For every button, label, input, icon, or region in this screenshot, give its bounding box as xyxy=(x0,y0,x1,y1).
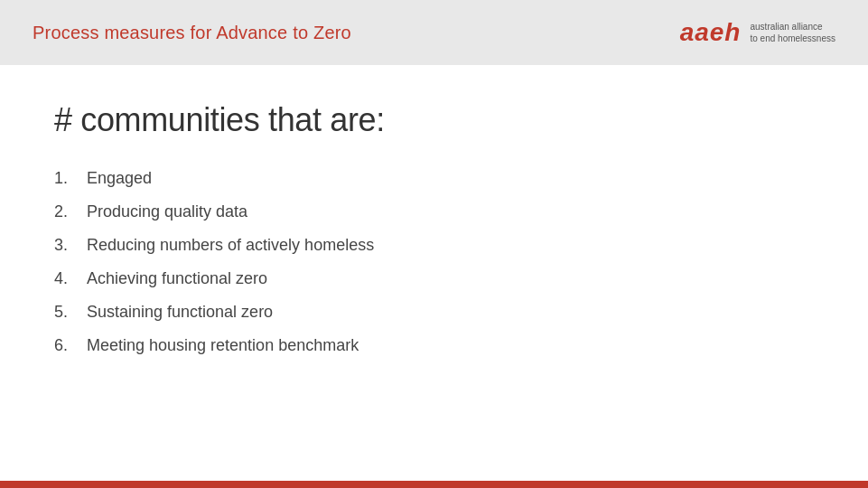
logo-tagline-line1: australian alliance xyxy=(750,21,835,33)
slide-title: Process measures for Advance to Zero xyxy=(33,23,351,43)
list-number-4: 4. xyxy=(54,267,87,291)
list-text-1: Engaged xyxy=(87,166,152,191)
list-item: 3.Reducing numbers of actively homeless xyxy=(54,233,814,258)
list-number-5: 5. xyxy=(54,300,87,324)
list-number-3: 3. xyxy=(54,233,87,258)
list-text-3: Reducing numbers of actively homeless xyxy=(87,233,374,258)
header-bar: Process measures for Advance to Zero aae… xyxy=(0,0,868,65)
section-heading: # communities that are: xyxy=(54,101,814,139)
list-text-6: Meeting housing retention benchmark xyxy=(87,333,359,358)
list-item: 2.Producing quality data xyxy=(54,200,814,224)
logo-area: aaeh australian alliance to end homeless… xyxy=(680,18,835,47)
list-number-2: 2. xyxy=(54,200,87,224)
list-number-1: 1. xyxy=(54,166,87,191)
list-item: 5.Sustaining functional zero xyxy=(54,300,814,324)
logo-tagline-line2: to end homelessness xyxy=(750,33,835,44)
logo-abbr: aaeh xyxy=(680,18,742,47)
bottom-accent-bar xyxy=(0,481,868,488)
numbered-list: 1.Engaged2.Producing quality data3.Reduc… xyxy=(54,166,814,358)
list-number-6: 6. xyxy=(54,333,87,358)
list-text-4: Achieving functional zero xyxy=(87,267,267,291)
slide: Process measures for Advance to Zero aae… xyxy=(0,0,868,488)
list-item: 6.Meeting housing retention benchmark xyxy=(54,333,814,358)
logo-tagline: australian alliance to end homelessness xyxy=(750,21,835,44)
list-item: 1.Engaged xyxy=(54,166,814,191)
list-text-2: Producing quality data xyxy=(87,200,247,224)
list-text-5: Sustaining functional zero xyxy=(87,300,273,324)
list-item: 4.Achieving functional zero xyxy=(54,267,814,291)
main-content: # communities that are: 1.Engaged2.Produ… xyxy=(0,65,868,394)
